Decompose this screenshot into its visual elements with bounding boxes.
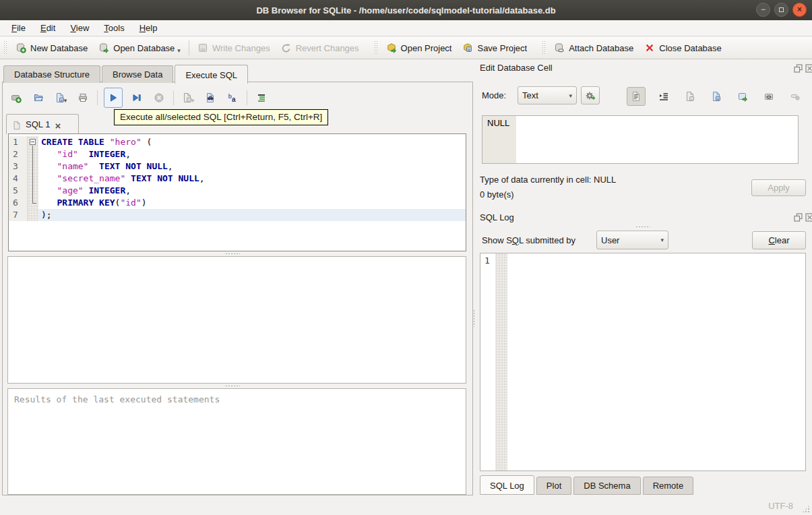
write-changes-button: Write Changes: [192, 40, 276, 56]
text-document-icon: [631, 91, 642, 102]
close-database-label: Close Database: [659, 43, 722, 53]
editor-line-6[interactable]: 6 PRIMARY KEY("id"): [9, 197, 466, 209]
document-icon: [12, 120, 22, 129]
encoding-indicator: UTF-8: [768, 501, 793, 511]
editor-line-3[interactable]: 3 "name" TEXT NOT NULL,: [9, 160, 466, 173]
menu-help[interactable]: Help: [132, 22, 165, 34]
open-project-button[interactable]: Open Project: [381, 40, 458, 56]
toolbar-separator: [247, 90, 247, 105]
tab-remote[interactable]: Remote: [643, 477, 694, 495]
chevron-down-icon[interactable]: ▾: [64, 97, 67, 104]
text-document-toggle[interactable]: [627, 87, 646, 106]
print-sql-button[interactable]: [75, 90, 91, 106]
mode-select[interactable]: Text ▾: [518, 86, 577, 104]
tab-sql-log[interactable]: SQL Log: [480, 475, 534, 495]
editor-line-5[interactable]: 5 "age" INTEGER,: [9, 185, 466, 197]
editor-line-2[interactable]: 2 "id" INTEGER,: [9, 148, 466, 160]
open-database-button[interactable]: Open Database ▾: [93, 40, 186, 56]
fold-marker-icon[interactable]: [30, 139, 36, 145]
sql-document-tab[interactable]: SQL 1: [6, 114, 79, 134]
close-dock-icon[interactable]: [805, 213, 812, 222]
menu-file[interactable]: File: [4, 22, 33, 34]
editor-line-4[interactable]: 4 "secret_name" TEXT NOT NULL,: [9, 173, 466, 185]
replace-icon: ba: [227, 92, 238, 103]
execute-all-button[interactable]: [104, 88, 123, 108]
new-sql-tab-button[interactable]: [8, 90, 24, 106]
chevron-down-icon[interactable]: ▾: [177, 47, 181, 54]
set-null-button: [787, 88, 803, 104]
new-database-icon: [15, 42, 26, 53]
editor-line-1[interactable]: 1CREATE TABLE "hero" (: [9, 136, 466, 148]
menu-view[interactable]: View: [63, 22, 96, 34]
auto-switch-mode-button[interactable]: [581, 86, 600, 104]
sql-log-view[interactable]: 1: [480, 253, 806, 471]
toolbar-drag-handle[interactable]: [374, 40, 379, 55]
attach-database-button[interactable]: Attach Database: [549, 40, 639, 56]
float-dock-icon[interactable]: [794, 213, 803, 222]
splitter-handle[interactable]: [480, 225, 806, 229]
close-tab-icon[interactable]: [54, 121, 62, 129]
open-sql-file-button[interactable]: [30, 90, 46, 106]
menu-edit[interactable]: Edit: [33, 22, 63, 34]
write-changes-label: Write Changes: [212, 43, 270, 53]
new-database-button[interactable]: New Database: [10, 40, 93, 56]
resize-grip[interactable]: [802, 505, 810, 513]
tab-db-schema[interactable]: DB Schema: [573, 477, 640, 495]
tab-browse-data[interactable]: Browse Data: [102, 65, 173, 83]
float-dock-icon[interactable]: [794, 64, 803, 73]
toolbar-drag-handle[interactable]: [3, 40, 8, 55]
toolbar-separator: [189, 40, 189, 55]
editor-line-7[interactable]: 7);: [9, 209, 466, 221]
minimize-button[interactable]: −: [756, 3, 770, 17]
save-project-icon: [462, 42, 473, 53]
cell-value-editor[interactable]: NULL: [482, 115, 799, 164]
bottom-tab-bar: SQL Log Plot DB Schema Remote: [480, 475, 695, 495]
save-results-button: ▾: [180, 90, 196, 106]
titlebar[interactable]: DB Browser for SQLite - /home/user/code/…: [0, 0, 812, 20]
find-replace-button[interactable]: ba: [224, 90, 241, 106]
export-button[interactable]: [735, 88, 751, 104]
tooltip-text: Execute all/selected SQL [Ctrl+Return, F…: [120, 112, 322, 122]
splitter-handle[interactable]: [3, 384, 462, 388]
menubar: File Edit View Tools Help: [0, 20, 812, 36]
results-placeholder: Results of the last executed statements: [14, 394, 220, 404]
revert-changes-icon: [281, 42, 292, 53]
revert-changes-button: Revert Changes: [276, 40, 365, 56]
cell-type-info: Type of data currently in cell: NULL: [480, 175, 616, 185]
export-icon: [737, 91, 748, 102]
gear-icon: [585, 90, 596, 101]
log-filter-select[interactable]: User ▾: [596, 231, 668, 249]
tab-plot[interactable]: Plot: [536, 477, 571, 495]
tab-execute-sql[interactable]: Execute SQL: [175, 65, 248, 84]
save-project-button[interactable]: Save Project: [457, 40, 532, 56]
svg-text:a: a: [232, 96, 236, 103]
splitter-handle[interactable]: [3, 252, 462, 255]
auto-format-button[interactable]: [656, 88, 672, 104]
save-sql-file-button[interactable]: ▾: [53, 90, 69, 106]
apply-label: Apply: [768, 183, 790, 193]
splitter-handle[interactable]: [472, 307, 476, 330]
close-database-button[interactable]: Close Database: [639, 40, 727, 56]
link-button[interactable]: [761, 88, 777, 104]
edit-cell-dock-controls: [794, 64, 812, 73]
close-dock-icon[interactable]: [805, 64, 812, 73]
new-tab-icon: [11, 92, 22, 103]
chevron-down-icon: ▾: [191, 97, 195, 104]
maximize-button[interactable]: [774, 3, 788, 17]
results-message-pane[interactable]: Results of the last executed statements: [7, 388, 466, 495]
sql-editor[interactable]: 1CREATE TABLE "hero" (2 "id" INTEGER,3 "…: [8, 133, 466, 251]
menu-tools[interactable]: Tools: [96, 22, 131, 34]
save-as-button[interactable]: [708, 88, 724, 104]
close-button[interactable]: ×: [792, 3, 807, 17]
open-project-icon: [386, 42, 397, 53]
tooltip: Execute all/selected SQL [Ctrl+Return, F…: [114, 109, 328, 125]
clear-log-button[interactable]: Clear: [752, 231, 806, 249]
find-button[interactable]: [202, 90, 218, 106]
results-grid[interactable]: [7, 256, 466, 384]
play-icon: [108, 92, 119, 103]
execute-current-line-button[interactable]: [129, 90, 145, 106]
tab-database-structure[interactable]: Database Structure: [3, 65, 100, 83]
new-database-label: New Database: [30, 43, 88, 53]
toolbar-drag-handle[interactable]: [542, 40, 546, 55]
format-sql-button[interactable]: [253, 90, 270, 106]
